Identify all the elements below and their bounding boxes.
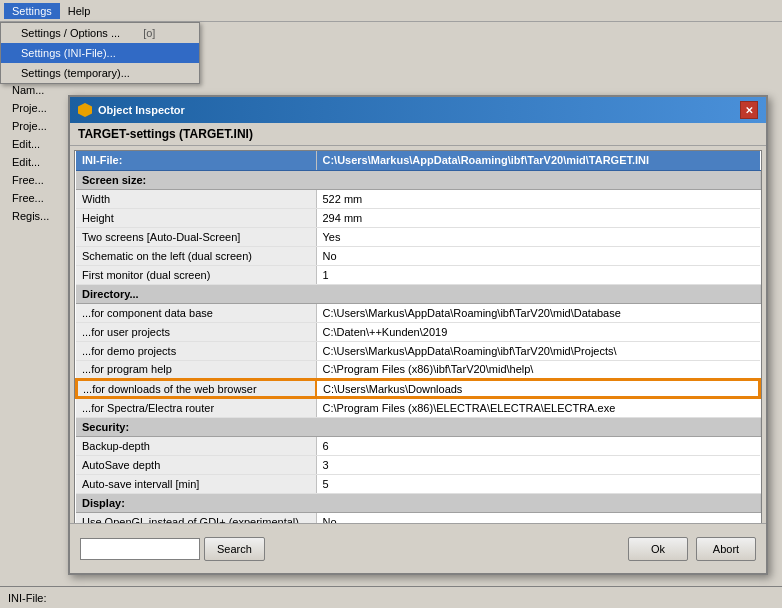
menu-help[interactable]: Help bbox=[60, 3, 99, 19]
dialog-section-header: TARGET-settings (TARGET.INI) bbox=[70, 123, 766, 146]
section-display-label: Display: bbox=[76, 493, 760, 512]
bg-label-6: Edit... bbox=[4, 135, 57, 153]
search-input[interactable] bbox=[80, 538, 200, 560]
col1-header: INI-File: bbox=[76, 151, 316, 170]
settings-table: INI-File: C:\Users\Markus\AppData\Roamin… bbox=[75, 151, 761, 530]
table-row: ...for demo projects C:\Users\Markus\App… bbox=[76, 341, 760, 360]
search-button[interactable]: Search bbox=[204, 537, 265, 561]
table-row-section-screen: Screen size: bbox=[76, 170, 760, 189]
menu-settings[interactable]: Settings bbox=[4, 3, 60, 19]
table-row: Auto-save intervall [min] 5 bbox=[76, 474, 760, 493]
dropdown-settings-temporary[interactable]: Settings (temporary)... bbox=[1, 63, 199, 83]
bg-label-4: Proje... bbox=[4, 99, 57, 117]
table-row: ...for user projects C:\Daten\++Kunden\2… bbox=[76, 322, 760, 341]
abort-button[interactable]: Abort bbox=[696, 537, 756, 561]
dialog-title: Object Inspector bbox=[98, 104, 185, 116]
menu-bar: Settings Help bbox=[0, 0, 782, 22]
table-row: AutoSave depth 3 bbox=[76, 455, 760, 474]
table-row: ...for Spectra/Electra router C:\Program… bbox=[76, 398, 760, 417]
status-label: INI-File: bbox=[8, 592, 47, 604]
table-row: Width 522 mm bbox=[76, 189, 760, 208]
settings-table-container[interactable]: INI-File: C:\Users\Markus\AppData\Roamin… bbox=[74, 150, 762, 530]
table-row-section-security: Security: bbox=[76, 417, 760, 436]
dropdown-settings-ini[interactable]: Settings (INI-File)... bbox=[1, 43, 199, 63]
section-directory-label: Directory... bbox=[76, 284, 760, 303]
ok-button[interactable]: Ok bbox=[628, 537, 688, 561]
dropdown-settings-options[interactable]: Settings / Options ... [o] bbox=[1, 23, 199, 43]
dialog-title-bar: Object Inspector ✕ bbox=[70, 97, 766, 123]
dialog-close-button[interactable]: ✕ bbox=[740, 101, 758, 119]
section-screen-label: Screen size: bbox=[76, 170, 760, 189]
table-row: ...for program help C:\Program Files (x8… bbox=[76, 360, 760, 379]
dialog-action-buttons: Ok Abort bbox=[628, 537, 756, 561]
table-header-row: INI-File: C:\Users\Markus\AppData\Roamin… bbox=[76, 151, 760, 170]
bg-label-8: Free... bbox=[4, 171, 57, 189]
table-row: First monitor (dual screen) 1 bbox=[76, 265, 760, 284]
table-row: Schematic on the left (dual screen) No bbox=[76, 246, 760, 265]
col2-header: C:\Users\Markus\AppData\Roaming\ibf\TarV… bbox=[316, 151, 760, 170]
object-inspector-dialog: Object Inspector ✕ TARGET-settings (TARG… bbox=[68, 95, 768, 575]
dropdown-menu: Settings / Options ... [o] Settings (INI… bbox=[0, 22, 200, 84]
search-area: Search bbox=[80, 537, 265, 561]
table-row: Backup-depth 6 bbox=[76, 436, 760, 455]
bg-label-10: Regis... bbox=[4, 207, 57, 225]
table-row-downloads: ...for downloads of the web browser C:\U… bbox=[76, 379, 760, 398]
table-row: ...for component data base C:\Users\Mark… bbox=[76, 303, 760, 322]
status-bar: INI-File: bbox=[0, 586, 782, 608]
bg-label-5: Proje... bbox=[4, 117, 57, 135]
bg-label-9: Free... bbox=[4, 189, 57, 207]
bg-label-7: Edit... bbox=[4, 153, 57, 171]
section-security-label: Security: bbox=[76, 417, 760, 436]
table-row-section-directory: Directory... bbox=[76, 284, 760, 303]
table-row: Two screens [Auto-Dual-Screen] Yes bbox=[76, 227, 760, 246]
table-row-section-display: Display: bbox=[76, 493, 760, 512]
table-row: Height 294 mm bbox=[76, 208, 760, 227]
dialog-title-text: Object Inspector bbox=[78, 103, 185, 117]
inspector-icon bbox=[78, 103, 92, 117]
dialog-bottom: Search Ok Abort bbox=[70, 523, 766, 573]
